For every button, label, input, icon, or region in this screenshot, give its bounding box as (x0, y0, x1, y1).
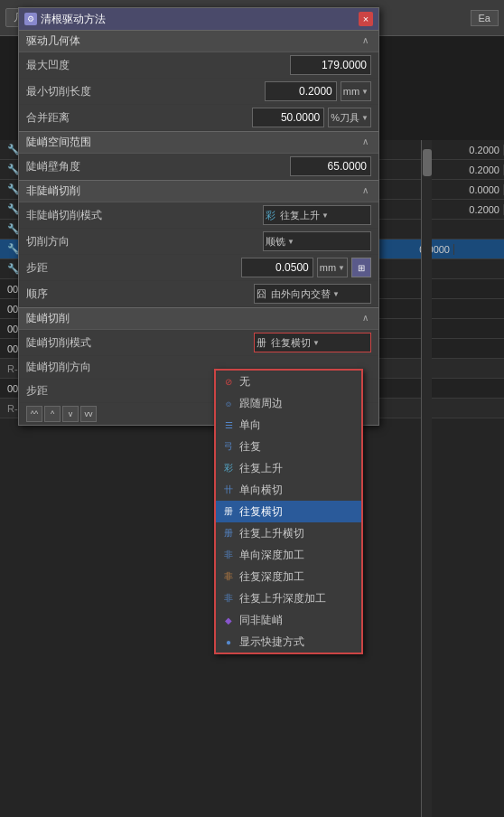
steep-mode-value: 往复横切 (271, 336, 311, 350)
dropdown-item-icon-single-cross: 卄 (221, 483, 236, 497)
order-label: 顺序 (26, 286, 98, 302)
form-steepness-angle: 陡峭壁角度 (19, 154, 378, 180)
dropdown-item-label-follow: 跟随周边 (239, 396, 283, 411)
row-val1: 0.2000 (454, 145, 504, 155)
collapse-drive-icon: ∧ (359, 35, 371, 48)
collapse-non-steep-icon: ∧ (359, 185, 371, 198)
form-steep-mode: 陡峭切削模式 册 往复横切 ▼ (19, 330, 378, 356)
dropdown-item-zigzag-up-depth[interactable]: 非 往复上升深度加工 (216, 587, 361, 609)
dropdown-item-icon-zigzag-up-depth: 非 (221, 591, 236, 606)
dropdown-item-icon-zigzag-depth: 非 (221, 569, 236, 584)
dropdown-item-follow[interactable]: ⌾ 跟随周边 (216, 392, 361, 414)
steep-direction-label: 陡峭切削方向 (26, 360, 98, 375)
ea-panel: Ea (471, 10, 499, 26)
steep-mode-label: 陡峭切削模式 (26, 335, 98, 351)
cut-direction-label: 切削方向 (26, 234, 98, 249)
nav-first-button[interactable]: ^^ (26, 406, 42, 422)
step-extra-button[interactable]: ⊞ (351, 258, 371, 277)
min-cut-length-input[interactable] (265, 81, 337, 101)
merge-unit-dropdown[interactable]: %刀具 ▼ (328, 108, 371, 127)
dropdown-item-label-single-depth: 单向深度加工 (239, 548, 304, 563)
steepness-angle-input[interactable] (290, 156, 371, 176)
step-unit-dropdown[interactable]: mm ▼ (317, 258, 348, 277)
dropdown-item-single-cross[interactable]: 卄 单向横切 (216, 479, 361, 501)
dropdown-item-label-none: 无 (239, 374, 250, 390)
merge-dropdown-arrow: ▼ (361, 114, 369, 122)
min-cut-length-label: 最小切削长度 (26, 84, 98, 99)
nav-prev-button[interactable]: ^ (44, 406, 61, 422)
dropdown-item-zigzag-up-cross[interactable]: 册 往复上升横切 (216, 522, 361, 544)
section-steep-label: 陡峭切削 (26, 311, 70, 326)
cut-direction-dropdown[interactable]: 顺铣 ▼ (263, 231, 371, 251)
non-steep-mode-dropdown[interactable]: 彩 往复上升 ▼ (263, 205, 371, 225)
order-icon: 囧 (257, 287, 266, 301)
merge-unit-label: %刀具 (331, 111, 359, 125)
dropdown-item-label-single: 单向 (239, 418, 261, 433)
dropdown-item-icon-single: ☰ (221, 418, 236, 432)
nav-last-button[interactable]: vv (80, 406, 97, 422)
collapse-steep-range-icon: ∧ (359, 136, 371, 149)
non-steep-dropdown-arrow: ▼ (322, 211, 329, 220)
row-val1: 0.0000 (454, 184, 504, 195)
min-cut-unit-dropdown[interactable]: mm ▼ (341, 81, 371, 101)
dropdown-item-icon-zigzag: 弓 (221, 439, 236, 454)
dropdown-item-show-shortcuts[interactable]: ● 显示快捷方式 (216, 631, 361, 653)
dropdown-item-label-show-shortcuts: 显示快捷方式 (239, 634, 304, 650)
unit-dropdown-arrow: ▼ (361, 88, 369, 96)
steep-mode-dropdown[interactable]: 册 往复横切 ▼ (254, 333, 371, 352)
dropdown-item-icon-single-depth: 非 (221, 548, 236, 562)
form-min-cut-length: 最小切削长度 mm ▼ (19, 79, 378, 105)
dropdown-item-label-zigzag: 往复 (239, 439, 261, 455)
dropdown-item-icon-none: ⊘ (221, 374, 236, 389)
order-value: 由外向内交替 (271, 287, 331, 301)
dropdown-item-zigzag-cross[interactable]: 册 往复横切 (216, 501, 361, 522)
section-steepness-range[interactable]: 陡峭空间范围 ∧ (19, 131, 378, 154)
step-label: 步距 (26, 260, 98, 276)
dropdown-item-none[interactable]: ⊘ 无 (216, 371, 361, 392)
section-non-steep[interactable]: 非陡峭切削 ∧ (19, 180, 378, 202)
steep-step-label: 步距 (26, 383, 98, 399)
nav-next-button[interactable]: v (62, 406, 79, 422)
dropdown-item-icon-follow: ⌾ (221, 396, 236, 410)
dropdown-item-single[interactable]: ☰ 单向 (216, 414, 361, 436)
step-input[interactable] (241, 258, 313, 277)
form-order: 顺序 囧 由外向内交替 ▼ (19, 281, 378, 307)
dialog-titlebar: ⚙ 清根驱动方法 × (19, 8, 378, 30)
dropdown-item-single-depth[interactable]: 非 单向深度加工 (216, 544, 361, 566)
dialog-close-button[interactable]: × (359, 12, 373, 26)
dropdown-item-same-non-steep[interactable]: ◆ 同非陡峭 (216, 609, 361, 631)
max-concavity-label: 最大凹度 (26, 58, 98, 73)
non-steep-mode-value: 往复上升 (280, 209, 320, 222)
main-dialog: ⚙ 清根驱动方法 × 驱动几何体 ∧ 最大凹度 最小切削长度 mm ▼ 合并距离… (18, 7, 379, 426)
order-dropdown[interactable]: 囧 由外向内交替 ▼ (254, 284, 371, 304)
row-val1: 0.2000 (454, 204, 504, 215)
form-step: 步距 mm ▼ ⊞ (19, 255, 378, 281)
order-dropdown-arrow: ▼ (332, 290, 340, 298)
dropdown-item-zigzag-depth[interactable]: 非 往复深度加工 (216, 566, 361, 587)
dialog-title-left: ⚙ 清根驱动方法 (24, 12, 106, 27)
cut-dir-dropdown-arrow: ▼ (287, 238, 294, 246)
steep-dropdown-arrow: ▼ (313, 339, 320, 347)
dropdown-item-label-single-cross: 单向横切 (239, 483, 283, 498)
section-drive-geometry[interactable]: 驱动几何体 ∧ (19, 30, 378, 52)
section-steep[interactable]: 陡峭切削 ∧ (19, 307, 378, 330)
form-cut-direction: 切削方向 顺铣 ▼ (19, 229, 378, 255)
scrollbar[interactable] (421, 140, 432, 817)
collapse-steep-icon: ∧ (359, 313, 371, 325)
form-max-concavity: 最大凹度 (19, 52, 378, 79)
dialog-icon: ⚙ (24, 13, 37, 25)
dropdown-item-label-zigzag-cross: 往复横切 (239, 504, 283, 520)
dropdown-item-label-same-non-steep: 同非陡峭 (239, 613, 283, 628)
section-drive-label: 驱动几何体 (26, 33, 80, 49)
steepness-angle-label: 陡峭壁角度 (26, 159, 98, 174)
dropdown-item-zigzag-up[interactable]: 彩 往复上升 (216, 457, 361, 479)
section-steep-range-label: 陡峭空间范围 (26, 135, 91, 150)
non-steep-mode-label: 非陡峭切削模式 (26, 208, 102, 223)
dialog-title: 清根驱动方法 (41, 12, 106, 27)
merge-distance-input[interactable] (252, 108, 324, 127)
max-concavity-input[interactable] (290, 55, 371, 75)
ea-label: Ea (479, 13, 490, 23)
dropdown-item-label-zigzag-up-depth: 往复上升深度加工 (239, 591, 326, 606)
row-val1: 0.2000 (454, 164, 504, 175)
dropdown-item-zigzag[interactable]: 弓 往复 (216, 436, 361, 457)
